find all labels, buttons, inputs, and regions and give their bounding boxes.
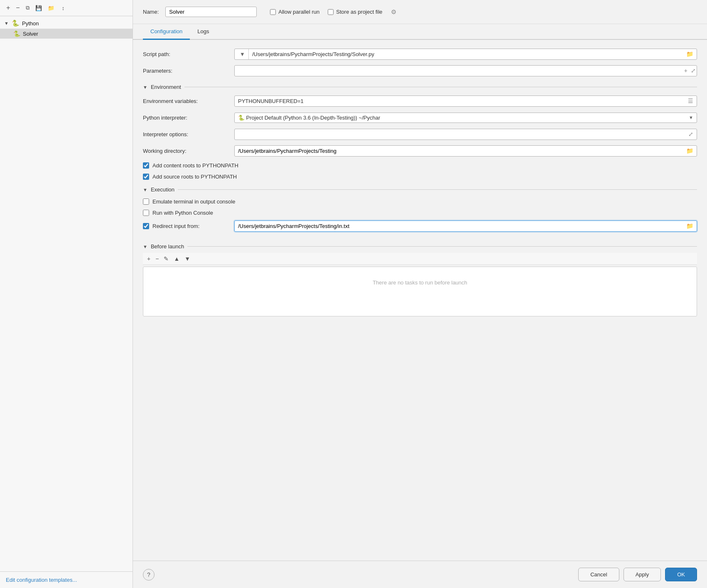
redirect-input-input[interactable]: [235, 221, 683, 231]
params-expand-icon[interactable]: ⤢: [690, 67, 697, 74]
before-launch-edit-button[interactable]: ✎: [162, 255, 170, 263]
before-launch-toolbar: + − ✎ ▲ ▼: [143, 253, 697, 265]
env-variables-control: PYTHONUNBUFFERED=1 ☰: [234, 96, 697, 107]
sidebar-footer: Edit configuration templates...: [0, 571, 133, 588]
redirect-input-browse-icon[interactable]: 📁: [683, 221, 697, 231]
main-area: + − ⧉ 💾 📁 ↕ ▼ 🐍 Python 🐍 Solver Ed: [0, 0, 707, 588]
run-python-console-row: Run with Python Console: [143, 210, 697, 216]
allow-parallel-checkbox[interactable]: [270, 9, 276, 15]
folder-browse-icon[interactable]: 📁: [683, 49, 697, 59]
save-config-button[interactable]: 💾: [33, 4, 44, 12]
header: Name: Allow parallel run Store as projec…: [133, 0, 707, 24]
tab-configuration[interactable]: Configuration: [143, 24, 190, 40]
configuration-content: Script path: ▼ /Users/jetbrains/PycharmP…: [133, 40, 707, 561]
header-checkboxes: Allow parallel run Store as project file…: [270, 8, 396, 16]
python-interpreter-select[interactable]: 🐍 Project Default (Python 3.6 (In-Depth-…: [234, 113, 697, 123]
parameters-row: Parameters: + ⤢: [143, 63, 697, 78]
python-interpreter-label: Python interpreter:: [143, 115, 234, 121]
solver-label: Solver: [23, 31, 38, 37]
script-path-dropdown[interactable]: ▼: [235, 49, 249, 59]
run-configuration-dialog: + − ⧉ 💾 📁 ↕ ▼ 🐍 Python 🐍 Solver Ed: [0, 0, 707, 588]
add-content-roots-checkbox[interactable]: [143, 162, 149, 169]
env-edit-icon[interactable]: ☰: [685, 96, 697, 106]
store-project-checkbox[interactable]: [328, 9, 334, 15]
parameters-label: Parameters:: [143, 68, 234, 74]
before-launch-divider: [187, 246, 697, 247]
add-source-roots-checkbox[interactable]: [143, 174, 149, 180]
interpreter-options-expand-icon[interactable]: ⤢: [685, 129, 697, 139]
working-directory-input[interactable]: [235, 146, 683, 156]
script-path-value: /Users/jetbrains/PycharmProjects/Testing…: [249, 49, 683, 59]
add-content-roots-row: Add content roots to PYTHONPATH: [143, 162, 697, 169]
before-launch-section-header: ▼ Before launch: [143, 243, 697, 250]
working-directory-control: 📁: [234, 145, 697, 157]
params-add-icon[interactable]: +: [683, 67, 688, 74]
expand-arrow-icon: ▼: [4, 21, 9, 26]
python-interpreter-row: Python interpreter: 🐍 Project Default (P…: [143, 110, 697, 125]
interpreter-options-control: ⤢: [234, 129, 697, 140]
tab-logs[interactable]: Logs: [190, 24, 216, 40]
before-launch-empty-message: There are no tasks to run before launch: [143, 267, 697, 298]
env-variables-value: PYTHONUNBUFFERED=1: [235, 96, 685, 106]
emulate-terminal-checkbox[interactable]: [143, 198, 149, 205]
folder-config-button[interactable]: 📁: [46, 4, 56, 12]
ok-button[interactable]: OK: [665, 568, 697, 581]
bottom-right: Cancel Apply OK: [578, 568, 697, 581]
cancel-button[interactable]: Cancel: [578, 568, 619, 581]
execution-expand-icon[interactable]: ▼: [143, 187, 147, 192]
script-path-row: Script path: ▼ /Users/jetbrains/PycharmP…: [143, 47, 697, 61]
before-launch-up-button[interactable]: ▲: [172, 255, 181, 263]
redirect-input-checkbox[interactable]: [143, 223, 149, 229]
add-source-roots-row: Add source roots to PYTHONPATH: [143, 174, 697, 180]
working-directory-row: Working directory: 📁: [143, 143, 697, 158]
env-variables-label: Environment variables:: [143, 98, 234, 104]
add-content-roots-label: Add content roots to PYTHONPATH: [152, 162, 238, 169]
remove-config-button[interactable]: −: [14, 3, 22, 12]
before-launch-remove-button[interactable]: −: [154, 255, 160, 263]
working-directory-browse-icon[interactable]: 📁: [683, 146, 697, 156]
redirect-input-label-area: Redirect input from:: [143, 223, 234, 229]
add-source-roots-label: Add source roots to PYTHONPATH: [152, 174, 237, 180]
solver-icon: 🐍: [13, 30, 20, 37]
before-launch-down-button[interactable]: ▼: [183, 255, 192, 263]
allow-parallel-item: Allow parallel run: [270, 9, 319, 15]
interpreter-options-row: Interpreter options: ⤢: [143, 127, 697, 142]
before-launch-section-label: Before launch: [151, 243, 184, 250]
sidebar: + − ⧉ 💾 📁 ↕ ▼ 🐍 Python 🐍 Solver Ed: [0, 0, 133, 588]
help-button[interactable]: ?: [143, 569, 155, 581]
parameters-input-container: + ⤢: [234, 65, 697, 76]
dropdown-arrow-icon: ▼: [240, 51, 245, 57]
parameters-control: + ⤢: [234, 65, 697, 76]
add-config-button[interactable]: +: [4, 3, 12, 12]
right-panel: Name: Allow parallel run Store as projec…: [133, 0, 707, 588]
interpreter-dropdown-icon: ▼: [689, 115, 693, 120]
before-launch-expand-icon[interactable]: ▼: [143, 244, 147, 249]
bottom-bar: ? Cancel Apply OK: [133, 561, 707, 588]
before-launch-add-button[interactable]: +: [145, 255, 152, 263]
environment-section-label: Environment: [151, 84, 181, 90]
working-directory-label: Working directory:: [143, 148, 234, 154]
interpreter-value: 🐍 Project Default (Python 3.6 (In-Depth-…: [238, 115, 686, 121]
parameters-input[interactable]: [235, 66, 683, 76]
run-python-console-label: Run with Python Console: [152, 210, 213, 216]
redirect-input-label: Redirect input from:: [152, 223, 199, 229]
allow-parallel-label: Allow parallel run: [278, 9, 319, 15]
run-python-console-checkbox[interactable]: [143, 210, 149, 216]
name-input[interactable]: [165, 7, 257, 17]
edit-templates-link[interactable]: Edit configuration templates...: [6, 577, 77, 583]
apply-button[interactable]: Apply: [624, 568, 661, 581]
sidebar-item-solver[interactable]: 🐍 Solver: [0, 29, 133, 39]
execution-divider: [178, 189, 697, 190]
interpreter-options-input[interactable]: [235, 129, 685, 140]
sidebar-toolbar: + − ⧉ 💾 📁 ↕: [0, 0, 133, 16]
copy-config-button[interactable]: ⧉: [24, 4, 32, 12]
environment-expand-icon[interactable]: ▼: [143, 85, 147, 90]
sort-config-button[interactable]: ↕: [60, 4, 67, 12]
env-variables-input-container: PYTHONUNBUFFERED=1 ☰: [234, 96, 697, 107]
working-directory-container: 📁: [234, 145, 697, 157]
name-label: Name:: [143, 9, 159, 15]
sidebar-item-python[interactable]: ▼ 🐍 Python: [0, 18, 133, 29]
redirect-input-control: 📁: [234, 220, 697, 232]
environment-divider: [184, 87, 697, 87]
gear-icon[interactable]: ⚙: [391, 8, 396, 16]
